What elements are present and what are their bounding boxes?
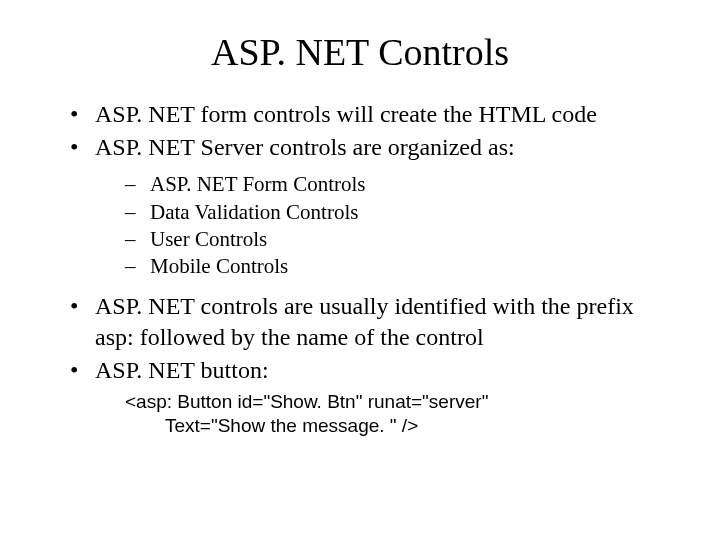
bullet-text: ASP. NET button: xyxy=(95,357,269,383)
bullet-item: ASP. NET button: <asp: Button id="Show. … xyxy=(70,355,670,438)
bullet-item: ASP. NET controls are usually identified… xyxy=(70,291,670,353)
slide-title: ASP. NET Controls xyxy=(50,30,670,74)
bullet-list: ASP. NET form controls will create the H… xyxy=(50,99,670,438)
code-line: Text="Show the message. " /> xyxy=(125,414,670,438)
code-block: <asp: Button id="Show. Btn" runat="serve… xyxy=(95,390,670,438)
sub-bullet-item: Data Validation Controls xyxy=(125,199,670,226)
bullet-item: ASP. NET Server controls are organized a… xyxy=(70,132,670,280)
sub-bullet-list: ASP. NET Form Controls Data Validation C… xyxy=(95,171,670,280)
bullet-item: ASP. NET form controls will create the H… xyxy=(70,99,670,130)
sub-bullet-item: User Controls xyxy=(125,226,670,253)
sub-bullet-item: Mobile Controls xyxy=(125,253,670,280)
code-line: <asp: Button id="Show. Btn" runat="serve… xyxy=(125,390,670,414)
sub-bullet-item: ASP. NET Form Controls xyxy=(125,171,670,198)
bullet-text: ASP. NET Server controls are organized a… xyxy=(95,134,515,160)
